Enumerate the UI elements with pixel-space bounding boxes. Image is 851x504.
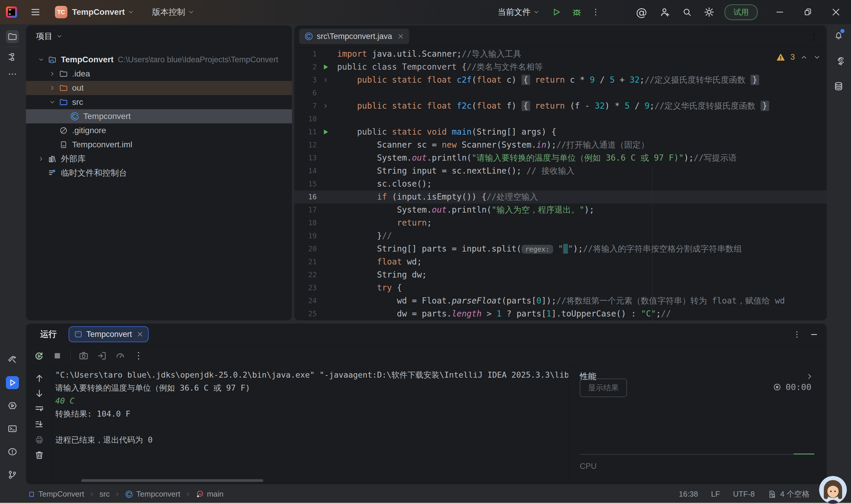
breadcrumb-item[interactable]: Tempconvert [125, 489, 180, 499]
more-actions-icon[interactable] [591, 7, 601, 17]
chevron-down-icon[interactable] [35, 56, 47, 63]
chevron-right-icon[interactable] [35, 156, 47, 162]
code-line-16[interactable]: 16 if (input.isEmpty()) {//处理空输入 [294, 191, 827, 203]
debug-button-icon[interactable] [572, 7, 582, 17]
ai-assistant-icon[interactable]: @ [636, 6, 647, 19]
fold-gutter-icon[interactable] [320, 100, 332, 112]
printer-icon[interactable] [34, 435, 44, 445]
run-panel-title[interactable]: 运行 [40, 329, 57, 340]
search-everywhere-icon[interactable] [682, 7, 692, 17]
breadcrumb-item[interactable]: TempConvert [28, 489, 84, 499]
restore-icon[interactable] [803, 7, 813, 17]
tree-row-out[interactable]: out [26, 81, 292, 95]
scroll-end-icon[interactable] [34, 419, 44, 429]
arrow-down-icon[interactable] [34, 389, 44, 399]
code-line-25[interactable]: 25 dw = parts.length > 1 ? parts[1].toUp… [294, 307, 827, 320]
tree-row-tempconvertiml[interactable]: Tempconvert.iml [26, 138, 292, 152]
line-separator[interactable]: LF [711, 489, 720, 499]
indent-widget[interactable]: 4 个空格 [768, 489, 810, 499]
code-line-10[interactable]: 10 [294, 112, 827, 125]
run-button-icon[interactable] [551, 7, 561, 17]
tree-row-tempconvert[interactable]: Tempconvert [26, 109, 292, 123]
camera-icon[interactable] [78, 350, 89, 361]
code-line-19[interactable]: 19 }// [294, 229, 827, 242]
code-line-20[interactable]: 20 String[] parts = input.split(regex: "… [294, 242, 827, 255]
editor-tab[interactable]: src\Tempconvert.java [299, 29, 409, 44]
stop-icon[interactable] [52, 350, 63, 361]
code-line-3[interactable]: 3 public static float c2f(float c) { ret… [294, 73, 827, 87]
project-badge-icon[interactable]: TC [55, 6, 67, 18]
code-line-21[interactable]: 21 float wd; [294, 255, 827, 268]
run-config-selector[interactable]: 当前文件 [498, 6, 531, 18]
problems-icon[interactable] [6, 445, 19, 458]
tree-row-gitignore[interactable]: .gitignore [26, 123, 292, 138]
arrow-up-icon[interactable] [34, 373, 44, 383]
chevron-right-icon[interactable] [47, 71, 58, 77]
code-line-22[interactable]: 22 String dw; [294, 268, 827, 282]
console-hscrollbar[interactable] [81, 479, 263, 482]
run-gutter-icon[interactable] [320, 60, 332, 73]
trial-button[interactable]: 试用 [725, 4, 758, 20]
code-line-15[interactable]: 15 sc.close(); [294, 177, 827, 191]
trash-icon[interactable] [34, 450, 44, 460]
more-horizontal-icon[interactable] [6, 68, 19, 80]
code-line-13[interactable]: 13 System.out.println("请输入要转换的温度与单位（例如 3… [294, 151, 827, 164]
user-avatar[interactable] [819, 476, 847, 504]
file-encoding[interactable]: UTF-8 [733, 489, 755, 499]
code-line-17[interactable]: 17 System.out.println("输入为空，程序退出。"); [294, 203, 827, 216]
code-line-7[interactable]: 7 public static float f2c(float f) { ret… [294, 100, 827, 112]
ai-assistant-icon[interactable] [832, 54, 845, 67]
code-editor[interactable]: 1import java.util.Scanner;//导入输入工具2publi… [294, 48, 827, 320]
chevron-right-icon[interactable] [805, 372, 814, 381]
run-gutter-icon[interactable] [320, 125, 332, 139]
code-line-2[interactable]: 2public class Tempconvert {//类名与文件名相等 [294, 60, 827, 73]
hide-panel-icon[interactable] [810, 330, 818, 339]
terminal-icon[interactable] [6, 422, 19, 435]
project-panel-title[interactable]: 项目 [36, 31, 53, 42]
code-line-23[interactable]: 23 try { [294, 282, 827, 294]
add-user-icon[interactable] [660, 7, 670, 17]
build-hammer-icon[interactable] [6, 353, 19, 366]
tree-row-[interactable]: 外部库 [26, 152, 292, 166]
run-tab[interactable]: Tempconvert [69, 326, 149, 342]
chevron-up-icon[interactable] [800, 53, 808, 61]
settings-gear-icon[interactable] [704, 7, 714, 17]
main-menu-icon[interactable] [30, 7, 41, 17]
chevron-down-icon[interactable] [813, 53, 821, 61]
attach-icon[interactable] [97, 350, 107, 361]
close-tab-icon[interactable] [397, 33, 404, 39]
profiler-icon[interactable] [115, 350, 126, 361]
close-icon[interactable] [831, 7, 841, 17]
fold-gutter-icon[interactable] [320, 73, 332, 87]
code-line-14[interactable]: 14 String input = sc.nextLine(); // 接收输入 [294, 164, 827, 177]
tree-row-idea[interactable]: .idea [26, 67, 292, 81]
chevron-right-icon[interactable] [47, 85, 58, 91]
code-line-24[interactable]: 24 wd = Float.parseFloat(parts[0]);//将数组… [294, 294, 827, 307]
console-output[interactable]: "C:\Users\taro blue\.jdks\openjdk-25.0.2… [53, 367, 569, 484]
code-line-6[interactable]: 6 [294, 87, 827, 100]
tree-row-[interactable]: 临时文件和控制台 [26, 166, 292, 180]
project-name[interactable]: TempConvert [72, 7, 125, 17]
caret-position[interactable]: 16:38 [679, 489, 698, 499]
show-results-button[interactable]: 显示结果 [580, 379, 627, 397]
breadcrumb-item[interactable]: m main [196, 489, 223, 499]
run-options-kebab-icon[interactable] [793, 330, 801, 339]
tree-row-src[interactable]: src [26, 95, 292, 109]
git-branch-icon[interactable] [6, 468, 19, 481]
kebab-icon[interactable] [133, 350, 144, 361]
inspections-widget[interactable]: 3 [776, 53, 821, 62]
close-tab-icon[interactable] [137, 331, 143, 338]
notifications-icon[interactable] [832, 29, 845, 42]
database-icon[interactable] [832, 80, 845, 93]
run-play-icon[interactable] [6, 376, 19, 389]
code-line-1[interactable]: 1import java.util.Scanner;//导入输入工具 [294, 48, 827, 60]
code-line-12[interactable]: 12 Scanner sc = new Scanner(System.in);/… [294, 139, 827, 151]
soft-wrap-icon[interactable] [34, 404, 44, 414]
vcs-widget[interactable]: 版本控制 [152, 6, 185, 18]
commit-icon[interactable] [6, 51, 19, 64]
project-folder-icon[interactable] [6, 30, 19, 43]
chevron-down-icon[interactable] [47, 99, 58, 105]
minimize-icon[interactable] [775, 7, 785, 17]
services-icon[interactable] [6, 399, 19, 412]
breadcrumb-item[interactable]: src [100, 489, 110, 499]
